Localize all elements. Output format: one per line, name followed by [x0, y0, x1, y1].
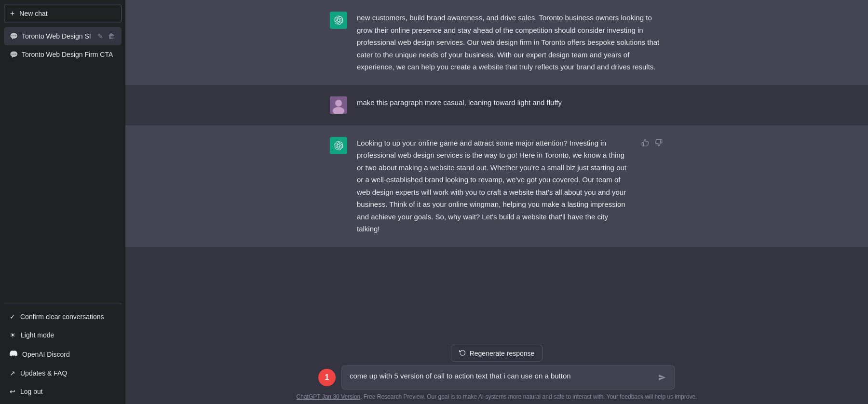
- send-button[interactable]: [657, 373, 667, 382]
- message-inner-1: new customers, build brand awareness, an…: [318, 12, 675, 73]
- plus-icon: +: [10, 9, 14, 18]
- regenerate-icon: [459, 349, 466, 357]
- thumbs-up-button[interactable]: [640, 138, 650, 149]
- message-action-buttons: [640, 137, 664, 149]
- thumbs-down-button[interactable]: [654, 138, 664, 149]
- svg-point-1: [335, 100, 342, 107]
- sun-icon: ☀: [10, 331, 16, 339]
- logout-button[interactable]: ↩ Log out: [4, 383, 122, 400]
- chatgpt-version-link[interactable]: ChatGPT Jan 30 Version: [297, 393, 361, 400]
- conversation-item-1[interactable]: 💬 Toronto Web Design SI ✎ 🗑: [4, 27, 122, 45]
- user-badge: 1: [318, 369, 336, 386]
- logout-icon: ↩: [10, 388, 15, 395]
- message-inner-2: make this paragraph more casual, leaning…: [318, 96, 675, 114]
- discord-icon: [10, 350, 17, 359]
- light-mode-label: Light mode: [21, 331, 54, 339]
- user-avatar-2: [330, 96, 347, 114]
- chat-messages: new customers, build brand awareness, an…: [125, 0, 868, 339]
- message-text-2: make this paragraph more casual, leaning…: [357, 96, 664, 109]
- message-text-1: new customers, build brand awareness, an…: [357, 12, 664, 73]
- message-text-3: Looking to up your online game and attra…: [357, 137, 627, 235]
- logout-label: Log out: [20, 388, 43, 395]
- new-chat-label: New chat: [19, 10, 47, 17]
- light-mode-button[interactable]: ☀ Light mode: [4, 326, 122, 344]
- delete-conversation-button[interactable]: 🗑: [107, 31, 116, 41]
- confirm-clear-label: Confirm clear conversations: [20, 313, 104, 321]
- main-content: new customers, build brand awareness, an…: [125, 0, 868, 404]
- confirm-clear-button[interactable]: ✓ Confirm clear conversations: [4, 308, 122, 325]
- input-row: 1: [318, 365, 675, 390]
- sidebar-bottom: ✓ Confirm clear conversations ☀ Light mo…: [4, 304, 122, 400]
- conversation-actions-1: ✎ 🗑: [96, 31, 116, 41]
- conversation-label-1: Toronto Web Design SI: [22, 32, 93, 40]
- chat-bubble-icon-2: 💬: [10, 51, 18, 58]
- footer-text: ChatGPT Jan 30 Version. Free Research Pr…: [297, 393, 697, 400]
- discord-label: OpenAI Discord: [22, 350, 70, 358]
- regenerate-button[interactable]: Regenerate response: [451, 345, 543, 362]
- footer-description: . Free Research Preview. Our goal is to …: [360, 393, 697, 400]
- conversation-label-2: Toronto Web Design Firm CTA: [22, 51, 116, 58]
- input-container: [341, 365, 675, 390]
- external-link-icon: ↗: [10, 369, 15, 377]
- new-chat-button[interactable]: + New chat: [4, 4, 122, 23]
- chat-input[interactable]: [350, 372, 652, 383]
- chat-list: 💬 Toronto Web Design SI ✎ 🗑 💬 Toronto We…: [4, 27, 122, 304]
- regenerate-label: Regenerate response: [470, 350, 535, 357]
- discord-button[interactable]: OpenAI Discord: [4, 345, 122, 364]
- message-block-3: Looking to up your online game and attra…: [125, 125, 868, 247]
- sidebar: + New chat 💬 Toronto Web Design SI ✎ 🗑 💬…: [0, 0, 125, 404]
- check-icon: ✓: [10, 313, 15, 321]
- updates-faq-button[interactable]: ↗ Updates & FAQ: [4, 364, 122, 382]
- edit-conversation-button[interactable]: ✎: [96, 31, 104, 41]
- user-badge-number: 1: [325, 373, 329, 382]
- message-block-1: new customers, build brand awareness, an…: [125, 0, 868, 85]
- ai-avatar-3: [330, 137, 347, 154]
- message-inner-3: Looking to up your online game and attra…: [318, 137, 675, 235]
- conversation-item-2[interactable]: 💬 Toronto Web Design Firm CTA: [4, 46, 122, 63]
- chat-bubble-icon: 💬: [10, 32, 18, 40]
- ai-avatar-1: [330, 12, 347, 29]
- updates-faq-label: Updates & FAQ: [20, 369, 67, 377]
- bottom-area: Regenerate response 1 ChatGPT Jan 30 Ver…: [125, 339, 868, 404]
- message-block-2: make this paragraph more casual, leaning…: [125, 85, 868, 125]
